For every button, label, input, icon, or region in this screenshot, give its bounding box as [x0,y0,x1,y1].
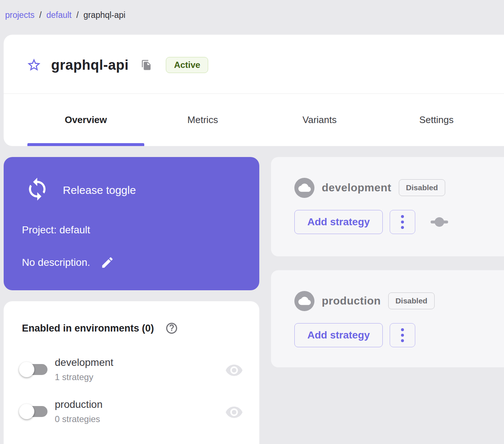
strategy-slider-icon [430,217,448,227]
copy-name-icon[interactable] [141,59,152,71]
environment-status-badge: Disabled [388,292,435,309]
toggle-thumb [19,362,34,377]
feature-title-row: graphql-api Active [26,56,208,74]
env-summary-row-production: production 0 strategies [4,397,259,430]
toggle-thumb [19,404,34,419]
env-name: development [55,357,113,368]
enabled-environments-card: Enabled in environments (0) development … [4,301,259,444]
release-toggle-loop-icon [25,175,50,203]
tab-variants[interactable]: Variants [261,94,378,146]
feature-header-card: graphql-api Active Overview Metrics Vari… [4,35,504,146]
toggle-type-label: Release toggle [63,184,136,196]
tab-settings[interactable]: Settings [378,94,495,146]
add-strategy-button[interactable]: Add strategy [294,210,383,234]
active-tab-indicator [27,143,144,146]
development-toggle-switch[interactable] [21,364,47,375]
more-options-kebab-icon[interactable] [390,323,415,347]
environment-status-badge: Disabled [399,179,446,196]
production-toggle-switch[interactable] [21,406,47,417]
favorite-star-icon[interactable] [26,57,42,73]
breadcrumb: projects / default / graphql-api [5,10,125,20]
add-strategy-button[interactable]: Add strategy [294,323,383,347]
env-strategy-count: 0 strategies [55,414,100,424]
description-text: No description. [22,257,90,268]
environment-name: development [322,181,392,194]
env-strategy-count: 1 strategy [55,372,93,382]
breadcrumb-current: graphql-api [83,10,125,20]
visibility-eye-icon[interactable] [225,403,243,421]
project-label: Project: default [22,224,90,236]
help-icon[interactable] [165,322,178,335]
tab-metrics[interactable]: Metrics [144,94,261,146]
page-title: graphql-api [51,56,129,74]
cloud-icon [294,291,314,311]
edit-description-icon[interactable] [100,256,114,269]
status-badge: Active [166,57,208,73]
toggle-overview-card: Release toggle Project: default No descr… [4,157,259,290]
environment-card-development: development Disabled Add strategy [271,157,504,256]
env-summary-row-development: development 1 strategy [4,355,259,388]
environment-name: production [322,295,381,307]
cloud-icon [294,178,314,198]
env-name: production [55,399,103,410]
tab-overview[interactable]: Overview [27,94,144,146]
breadcrumb-separator: / [76,10,79,20]
breadcrumb-projects-link[interactable]: projects [5,10,35,20]
tabs: Overview Metrics Variants Settings [27,94,495,146]
breadcrumb-default-link[interactable]: default [46,10,72,20]
environment-card-production: production Disabled Add strategy [271,270,504,367]
enabled-environments-title: Enabled in environments (0) [22,323,154,334]
visibility-eye-icon[interactable] [225,361,243,379]
more-options-kebab-icon[interactable] [390,210,415,234]
breadcrumb-separator: / [39,10,42,20]
